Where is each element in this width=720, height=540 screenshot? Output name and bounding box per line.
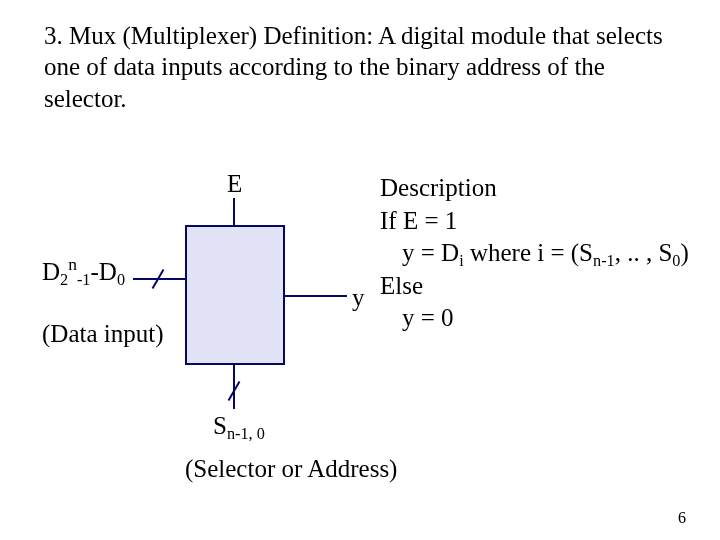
desc-line-heading: Description xyxy=(380,172,710,205)
slide: 3. Mux (Multiplexer) Definition: A digit… xyxy=(0,0,720,540)
page-number: 6 xyxy=(678,508,686,528)
d-mid: -D xyxy=(90,258,116,285)
definition-text: 3. Mux (Multiplexer) Definition: A digit… xyxy=(44,20,676,114)
wire-enable xyxy=(233,198,235,225)
desc-line-else: Else xyxy=(380,270,710,303)
mux-box xyxy=(185,225,285,365)
desc-line-y-0: y = 0 xyxy=(380,302,710,335)
l3c: where i = (S xyxy=(464,239,593,266)
l3d: n-1 xyxy=(593,252,615,270)
d-sup-n: n xyxy=(68,254,77,274)
label-selector: (Selector or Address) xyxy=(185,453,397,484)
label-data-range: D2n-1-D0 xyxy=(42,256,125,287)
d-sub-0: 0 xyxy=(117,271,125,289)
d-text: D xyxy=(42,258,60,285)
l3e: , .. , S xyxy=(615,239,673,266)
label-output: y xyxy=(352,282,365,313)
desc-line-y-di: y = Di where i = (Sn-1, .. , S0) xyxy=(380,237,710,270)
wire-output xyxy=(285,295,347,297)
l3a: y = D xyxy=(402,239,459,266)
s-sub: n-1, 0 xyxy=(227,425,265,443)
s-text: S xyxy=(213,412,227,439)
description-block: Description If E = 1 y = Di where i = (S… xyxy=(380,172,710,335)
desc-line-if: If E = 1 xyxy=(380,205,710,238)
label-select-range: Sn-1, 0 xyxy=(213,410,265,441)
l3g: ) xyxy=(680,239,688,266)
d-sub-m1: -1 xyxy=(77,271,91,289)
d-sub-2: 2 xyxy=(60,271,68,289)
label-data-input: (Data input) xyxy=(42,318,163,349)
label-enable: E xyxy=(227,168,242,199)
